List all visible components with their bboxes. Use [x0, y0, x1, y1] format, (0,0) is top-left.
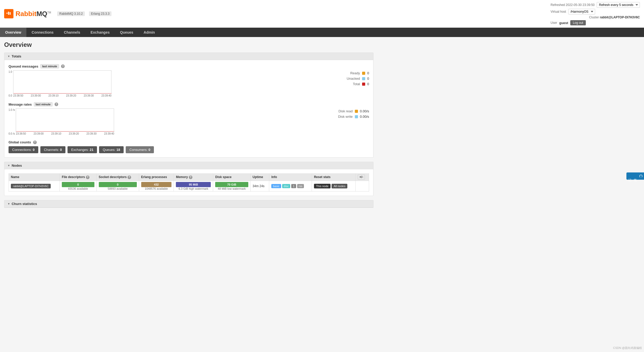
info-rss-badge[interactable]: rss	[297, 184, 304, 188]
total-color-dot	[362, 83, 365, 86]
node-name-cell: rabbit@LAPTOP-DI7H3V6C	[9, 181, 60, 191]
info-disc-badge[interactable]: disc	[282, 184, 290, 188]
total-stat-row: Total 0	[339, 81, 369, 87]
memory-help-icon[interactable]: ?	[189, 175, 192, 179]
nav-item-overview[interactable]: Overview	[0, 28, 26, 37]
erlang-proc-available: 1048576 available	[141, 187, 172, 190]
reset-all-nodes-button[interactable]: All nodes	[332, 184, 347, 188]
queues-count-button[interactable]: Queues: 18	[99, 146, 124, 153]
totals-section-header[interactable]: ▼ Totals	[4, 53, 373, 60]
svg-rect-1	[8, 12, 9, 15]
nodes-section-body: Name File descriptors ? Socket descripto…	[4, 169, 373, 196]
main-content: Overview ▼ Totals Queued messages last m…	[0, 37, 378, 216]
vhost-select[interactable]: /HarmonyOS /	[568, 9, 595, 14]
queued-messages-chart-container: 1.0 0.0 23:38:5023:39:0023:39:1023:39:20…	[9, 70, 333, 97]
svg-rect-2	[10, 12, 11, 15]
rates-y-top: 1.0 /s	[9, 108, 15, 111]
header-right: Refreshed 2022-05-30 23:39:50 Refresh ev…	[551, 2, 640, 25]
message-rates-badge[interactable]: last minute	[34, 102, 53, 106]
nav-item-channels[interactable]: Channels	[59, 28, 85, 37]
nodes-table: Name File descriptors ? Socket descripto…	[9, 173, 369, 192]
refresh-select[interactable]: Refresh every 5 seconds Every 10 seconds…	[597, 2, 640, 8]
info-num-badge[interactable]: 1	[291, 184, 296, 188]
memory-cell: 95 MiB 6.3 GiB high watermark	[174, 181, 213, 191]
nodes-section-title: Nodes	[12, 164, 22, 167]
col-header-file-desc: File descriptors ?	[60, 174, 96, 181]
memory-sub: 6.3 GiB high watermark	[176, 187, 211, 190]
navigation: Overview Connections Channels Exchanges …	[0, 28, 644, 37]
churn-collapse-arrow: ▼	[8, 202, 10, 205]
message-rates-help-icon[interactable]: ?	[55, 102, 58, 106]
unacked-stat-row: Unacked 0	[339, 76, 369, 81]
col-header-plusminus: +/-	[355, 174, 369, 181]
exchanges-count-button[interactable]: Exchanges: 21	[68, 146, 97, 153]
total-value: 0	[367, 82, 369, 86]
nodes-section: ▼ Nodes Name File descriptors ? Socket d…	[4, 162, 373, 196]
disk-write-label: Disk write	[332, 115, 353, 119]
message-rates-chart-container: 1.0 /s 0.0 /s 23:38:5023:39:0023:39:1023…	[9, 108, 326, 135]
memory-bar: 95 MiB	[176, 182, 211, 187]
socket-desc-cell: 0 58893 available	[96, 181, 139, 191]
uptime-value: 34m 24s	[253, 184, 265, 188]
cluster-value: rabbit@LAPTOP-DI7H3V6C	[600, 16, 640, 19]
logout-button[interactable]: Log out	[570, 20, 586, 25]
version-info: RabbitMQ 3.10.2 Erlang 23.3.3	[57, 11, 111, 16]
unacked-color-dot	[362, 77, 365, 80]
churn-section-header[interactable]: ▼ Churn statistics	[4, 200, 373, 208]
cluster-row: Cluster rabbit@LAPTOP-DI7H3V6C	[551, 16, 640, 19]
queued-messages-badge[interactable]: last minute	[40, 64, 59, 68]
socket-desc-available: 58893 available	[99, 187, 137, 190]
global-counts-help-icon[interactable]: ?	[33, 141, 37, 144]
nodes-collapse-arrow: ▼	[8, 164, 10, 167]
churn-section: ▼ Churn statistics	[4, 200, 373, 208]
file-desc-bar: 0	[62, 182, 94, 187]
plusminus-button[interactable]: +/-	[358, 174, 365, 180]
disk-sub: 48 MiB low watermark	[215, 187, 248, 190]
disk-write-value: 0.00/s	[360, 115, 369, 119]
disk-bar: 70 GiB	[215, 182, 248, 187]
queued-messages-stats: Ready 0 Unacked 0 Total 0	[339, 70, 369, 87]
connections-count-value: 0	[33, 148, 35, 152]
consumers-count-value: 0	[148, 148, 150, 152]
info-basic-badge[interactable]: basic	[271, 184, 281, 188]
user-label: User	[551, 21, 557, 25]
nav-item-admin[interactable]: Admin	[138, 28, 160, 37]
ready-stat-row: Ready 0	[339, 70, 369, 76]
socket-desc-help-icon[interactable]: ?	[128, 175, 131, 179]
disk-read-value: 0.00/s	[360, 109, 369, 113]
col-header-disk-space: Disk space	[213, 174, 250, 181]
reset-this-node-button[interactable]: This node	[314, 184, 331, 188]
sidebar-note-icon: C	[638, 174, 643, 178]
connections-count-button[interactable]: Connections: 0	[9, 146, 38, 153]
ready-color-dot	[362, 72, 365, 75]
totals-section-body: Queued messages last minute ? 1.0 0.0	[4, 60, 373, 157]
nav-item-exchanges[interactable]: Exchanges	[85, 28, 115, 37]
queued-messages-chart	[13, 70, 111, 94]
nodes-section-header[interactable]: ▼ Nodes	[4, 162, 373, 169]
col-header-info: Info	[269, 174, 312, 181]
reset-stats-cell: This node All nodes	[312, 181, 355, 191]
logo-area: RabbitMQTM RabbitMQ 3.10.2 Erlang 23.3.3	[4, 9, 111, 18]
sidebar-note[interactable]: C 笔 记	[626, 172, 644, 180]
erlang-proc-cell: 432 1048576 available	[139, 181, 174, 191]
user-row: User guest Log out	[551, 20, 640, 25]
nav-item-connections[interactable]: Connections	[26, 28, 59, 37]
nav-item-queues[interactable]: Queues	[115, 28, 138, 37]
unacked-label: Unacked	[339, 77, 360, 80]
queued-chart-time-labels: 23:38:5023:39:0023:39:1023:39:2023:39:30…	[13, 94, 111, 97]
consumers-count-button[interactable]: Consumers: 0	[126, 146, 154, 153]
table-row: rabbit@LAPTOP-DI7H3V6C 0 65536 available…	[9, 181, 369, 191]
logo-icon	[4, 9, 13, 18]
disk-write-color-dot	[355, 115, 358, 118]
channels-count-button[interactable]: Channels: 0	[40, 146, 65, 153]
totals-section: ▼ Totals Queued messages last minute ? 1…	[4, 53, 373, 158]
file-desc-cell: 0 65536 available	[60, 181, 96, 191]
totals-collapse-arrow: ▼	[8, 55, 10, 58]
message-rates-chart	[16, 108, 114, 132]
queued-y-bottom: 0.0	[9, 94, 12, 97]
rates-chart-time-labels: 23:38:5023:39:0023:39:1023:39:2023:39:30…	[16, 132, 114, 135]
disk-write-stat-row: Disk write 0.00/s	[332, 114, 369, 119]
queued-messages-help-icon[interactable]: ?	[61, 64, 65, 68]
file-desc-help-icon[interactable]: ?	[86, 175, 89, 179]
col-header-reset: Reset stats	[312, 174, 355, 181]
